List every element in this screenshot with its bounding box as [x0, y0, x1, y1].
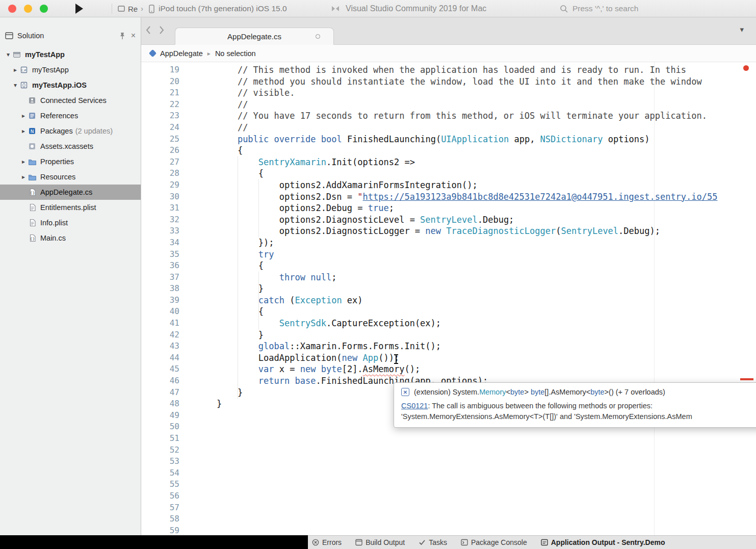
dock-item-build-output[interactable]: Build Output	[355, 538, 405, 546]
code-line-34[interactable]: });	[196, 237, 718, 249]
zoom-window-button[interactable]	[40, 5, 48, 13]
line-number-56[interactable]: 56	[141, 490, 179, 502]
code-line-36[interactable]: {	[196, 260, 718, 272]
code-line-43[interactable]: global::Xamarin.Forms.Forms.Init();	[196, 341, 718, 352]
disclosure-down-icon[interactable]: ▾	[4, 51, 12, 58]
breadcrumb-class[interactable]: AppDelegate	[160, 49, 203, 58]
code-line-57[interactable]	[196, 502, 718, 514]
line-number-36[interactable]: 36	[141, 260, 179, 272]
tree-item-mytestapp-ios[interactable]: ▾myTestApp.iOS	[0, 77, 141, 93]
build-config-selector[interactable]: Re ›	[118, 0, 143, 17]
line-number-20[interactable]: 20	[141, 76, 179, 88]
code-line-30[interactable]: options2.Dsn = "https://5a193123a9b841bc…	[196, 191, 718, 203]
line-number-21[interactable]: 21	[141, 87, 179, 99]
scrollbar-task-marker[interactable]	[743, 65, 749, 71]
scrollbar-error-marker[interactable]	[740, 378, 753, 380]
code-line-56[interactable]	[196, 490, 718, 502]
code-line-35[interactable]: try	[196, 249, 718, 260]
line-number-52[interactable]: 52	[141, 445, 179, 456]
line-number-38[interactable]: 38	[141, 283, 179, 295]
code-line-51[interactable]	[196, 433, 718, 445]
disclosure-right-icon[interactable]: ▸	[19, 158, 28, 165]
code-line-44[interactable]: LoadApplication(new App());	[196, 352, 718, 364]
search-field[interactable]: Press '^,' to search	[560, 0, 639, 17]
code-editor[interactable]: 1920212223242526272829303132333435363738…	[141, 62, 756, 535]
close-window-button[interactable]	[8, 5, 16, 13]
code-line-19[interactable]: // This method is invoked when the appli…	[196, 64, 718, 76]
code-line-37[interactable]: throw null;	[196, 272, 718, 283]
line-number-22[interactable]: 22	[141, 99, 179, 111]
line-number-50[interactable]: 50	[141, 421, 179, 433]
tab-appdelegate[interactable]: AppDelegate.cs	[175, 28, 334, 45]
code-line-21[interactable]: // visible.	[196, 87, 718, 99]
line-number-59[interactable]: 59	[141, 525, 179, 535]
disclosure-down-icon[interactable]: ▾	[11, 82, 19, 89]
tree-item-assets-xcassets[interactable]: Assets.xcassets	[0, 139, 141, 154]
code-line-22[interactable]: //	[196, 99, 718, 111]
tree-item-packages[interactable]: ▸NPackages(2 updates)	[0, 123, 141, 139]
tree-item-entitlements-plist[interactable]: Entitlements.plist	[0, 200, 141, 215]
disclosure-right-icon[interactable]: ▸	[19, 112, 28, 119]
code-line-26[interactable]: {	[196, 145, 718, 156]
device-selector[interactable]: iPod touch (7th generation) iOS 15.0	[149, 0, 287, 17]
code-line-58[interactable]	[196, 513, 718, 525]
code-line-42[interactable]: }	[196, 329, 718, 341]
disclosure-right-icon[interactable]: ▸	[11, 66, 19, 73]
tree-item-properties[interactable]: ▸Properties	[0, 154, 141, 169]
dsn-url-link[interactable]: https://5a193123a9b841bc8d8e42531e7242a1…	[363, 192, 718, 202]
line-number-44[interactable]: 44	[141, 352, 179, 364]
minimize-window-button[interactable]	[24, 5, 32, 13]
line-number-55[interactable]: 55	[141, 479, 179, 490]
dock-item-package-console[interactable]: Package Console	[461, 538, 527, 546]
line-number-43[interactable]: 43	[141, 341, 179, 352]
line-number-51[interactable]: 51	[141, 433, 179, 445]
tree-item-appdelegate-cs[interactable]: {}AppDelegate.cs	[0, 185, 141, 200]
navigate-back-button[interactable]	[145, 25, 151, 36]
code-line-32[interactable]: options2.DiagnosticLevel = SentryLevel.D…	[196, 214, 718, 226]
code-line-38[interactable]: }	[196, 283, 718, 295]
line-number-28[interactable]: 28	[141, 168, 179, 179]
code-line-24[interactable]: //	[196, 122, 718, 134]
error-code-link[interactable]: CS0121	[401, 402, 428, 410]
tree-item-mytestapp[interactable]: ▸C#myTestApp	[0, 62, 141, 77]
code-line-29[interactable]: options2.AddXamarinFormsIntegration();	[196, 179, 718, 191]
line-number-19[interactable]: 19	[141, 64, 179, 76]
tree-item-mytestapp[interactable]: ▾myTestApp	[0, 47, 141, 62]
tree-item-resources[interactable]: ▸Resources	[0, 169, 141, 185]
tree-item-info-plist[interactable]: Info.plist	[0, 215, 141, 230]
error-underlined-token[interactable]: AsMemory	[363, 364, 405, 374]
code-line-23[interactable]: // You have 17 seconds to return from th…	[196, 110, 718, 122]
navigate-forward-button[interactable]	[159, 25, 165, 36]
line-number-53[interactable]: 53	[141, 456, 179, 467]
code-line-25[interactable]: public override bool FinishedLaunching(U…	[196, 134, 718, 145]
line-number-40[interactable]: 40	[141, 306, 179, 318]
line-number-42[interactable]: 42	[141, 329, 179, 341]
line-number-47[interactable]: 47	[141, 387, 179, 399]
tree-item-connected-services[interactable]: Connected Services	[0, 93, 141, 108]
line-number-54[interactable]: 54	[141, 467, 179, 479]
code-line-28[interactable]: {	[196, 168, 718, 179]
code-line-55[interactable]	[196, 479, 718, 490]
dock-item-application-output-sentry-demo[interactable]: Application Output - Sentry.Demo	[541, 538, 665, 546]
line-number-33[interactable]: 33	[141, 225, 179, 237]
pin-pad-icon[interactable]	[119, 32, 126, 40]
line-number-35[interactable]: 35	[141, 249, 179, 260]
line-number-37[interactable]: 37	[141, 272, 179, 283]
dock-item-errors[interactable]: Errors	[312, 538, 342, 546]
line-number-34[interactable]: 34	[141, 237, 179, 249]
run-button[interactable]	[75, 4, 83, 14]
code-line-39[interactable]: catch (Exception ex)	[196, 295, 718, 306]
line-number-29[interactable]: 29	[141, 179, 179, 191]
tree-item-references[interactable]: ▸References	[0, 108, 141, 123]
line-number-32[interactable]: 32	[141, 214, 179, 226]
code-line-52[interactable]	[196, 445, 718, 456]
line-number-39[interactable]: 39	[141, 295, 179, 306]
line-number-27[interactable]: 27	[141, 156, 179, 168]
dock-item-tasks[interactable]: Tasks	[419, 538, 447, 546]
code-line-53[interactable]	[196, 456, 718, 467]
line-number-41[interactable]: 41	[141, 318, 179, 329]
code-line-31[interactable]: options2.Debug = true;	[196, 202, 718, 214]
code-line-41[interactable]: SentrySdk.CaptureException(ex);	[196, 318, 718, 329]
line-number-58[interactable]: 58	[141, 513, 179, 525]
disclosure-right-icon[interactable]: ▸	[19, 127, 28, 135]
